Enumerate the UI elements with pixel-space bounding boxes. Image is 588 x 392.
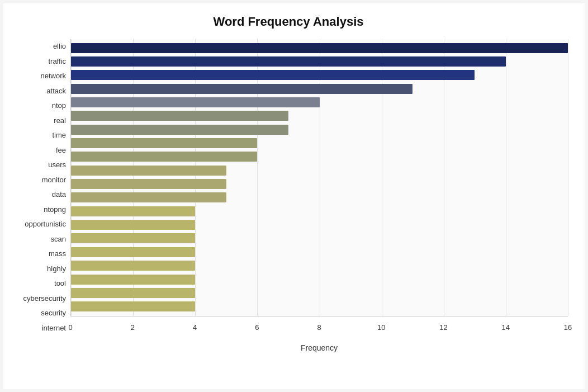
bar [71,275,195,285]
bar-row [71,69,568,81]
x-tick-label: 6 [255,323,259,332]
x-axis-labels: 0246810121416 [70,319,568,336]
y-label: opportunistic [25,217,66,232]
bar-row [71,178,568,190]
y-label: ellio [53,39,66,54]
y-label: tool [54,276,66,291]
bar-row [71,55,568,68]
y-label: users [48,158,66,172]
x-tick-label: 0 [68,323,72,332]
bar [71,84,412,94]
bar [71,70,475,80]
y-label: traffic [48,54,66,68]
y-label: time [52,128,66,143]
y-label: mass [49,247,66,261]
bar [71,111,288,121]
bar-row [71,205,568,218]
x-tick-label: 4 [193,323,197,332]
bar [71,152,257,162]
x-tick-label: 14 [502,323,510,332]
bar-row [71,124,568,136]
bar-row [71,137,568,149]
y-label: internet [42,320,66,335]
x-tick-label: 2 [131,323,135,332]
bar [71,138,257,148]
bar [71,192,226,202]
bar-row [71,164,568,177]
bars-and-grid: 0246810121416 Frequency [70,39,568,352]
x-axis-title: Frequency [70,343,568,352]
grid-and-bars [70,39,568,317]
bars-container [71,39,568,316]
bar [71,56,506,67]
grid-line [568,39,568,316]
bar [71,43,568,53]
bar-row [71,273,568,286]
y-label: monitor [42,172,66,187]
bar-row [71,96,568,108]
bar [71,166,226,176]
y-label: data [52,187,66,202]
x-tick-label: 10 [377,323,385,332]
y-label: attack [46,83,66,98]
x-tick-label: 16 [564,323,572,332]
chart-title: Word Frequency Analysis [9,15,568,29]
bar [71,288,195,298]
y-label: network [40,69,66,83]
x-tick-label: 8 [317,323,321,332]
y-label: highly [47,261,66,276]
chart-area: elliotrafficnetworkattackntoprealtimefee… [9,39,568,352]
bar [71,247,195,257]
bar-row [71,150,568,163]
bar-row [71,219,568,231]
bar [71,125,288,135]
bar-row [71,246,568,258]
bar [71,206,195,216]
y-label: real [54,113,66,127]
y-label: cybersecurity [23,291,66,305]
chart-container: Word Frequency Analysis elliotrafficnetw… [3,3,585,389]
bar-row [71,259,568,272]
bar-row [71,42,568,54]
y-axis-labels: elliotrafficnetworkattackntoprealtimefee… [9,39,70,352]
y-label: scan [51,232,66,246]
y-label: ntopng [44,202,66,216]
bar [71,261,195,271]
bar-row [71,110,568,122]
bar-row [71,83,568,95]
y-label: fee [56,143,66,157]
x-axis-row: 0246810121416 [70,317,568,333]
bar [71,97,320,107]
x-tick-label: 12 [439,323,447,332]
bar [71,233,195,243]
bar-row [71,232,568,244]
bar [71,301,195,311]
bar-row [71,191,568,204]
bar [71,179,226,189]
y-label: ntop [52,98,66,113]
bar-row [71,300,568,313]
bar-row [71,287,568,299]
y-label: security [41,306,66,320]
bar [71,220,195,230]
